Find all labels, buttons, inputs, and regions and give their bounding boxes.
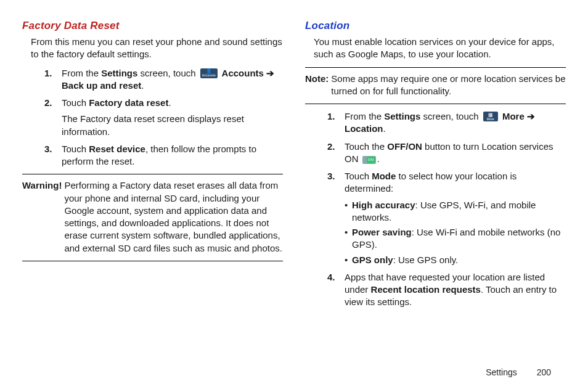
period: . — [377, 153, 380, 164]
footer-section: Settings — [486, 367, 517, 377]
accounts-icon: 👤Accounts — [200, 68, 218, 78]
bold-location: Location — [345, 123, 383, 134]
warning-label: Warning! — [22, 179, 64, 255]
step-3: Touch Mode to select how your location i… — [327, 170, 566, 266]
mode-bullets: High accuracy: Use GPS, Wi-Fi, and mobil… — [345, 199, 566, 266]
intro-text: From this menu you can reset your phone … — [31, 36, 283, 61]
heading-factory-data-reset: Factory Data Reset — [22, 20, 283, 32]
step-2: Touch the OFF/ON button to turn Location… — [327, 141, 566, 166]
text: Touch the — [345, 141, 387, 152]
left-column: Factory Data Reset From this menu you ca… — [22, 20, 283, 315]
bold-more: More — [500, 111, 527, 121]
icon-label: More — [487, 118, 494, 121]
steps-list-right: From the Settings screen, touch ▦More Mo… — [327, 110, 566, 309]
step-2-sub: The Factory data reset screen displays r… — [62, 113, 283, 138]
text: Touch — [62, 97, 89, 108]
note-callout: Note: Some apps may require one or more … — [305, 67, 566, 105]
intro-text: You must enable location services on you… — [314, 36, 566, 61]
bullet-high-accuracy: High accuracy: Use GPS, Wi-Fi, and mobil… — [345, 199, 566, 224]
text: From the — [345, 111, 384, 121]
bullet-gps-only: GPS only: Use GPS only. — [345, 254, 566, 266]
step-2: Touch Factory data reset. The Factory da… — [44, 97, 283, 138]
text: screen, touch — [137, 68, 198, 78]
step-1: From the Settings screen, touch ▦More Mo… — [327, 110, 566, 136]
right-column: Location You must enable location servic… — [305, 20, 566, 315]
heading-location: Location — [305, 20, 566, 32]
bullet-power-saving: Power saving: Use Wi-Fi and mobile netwo… — [345, 226, 566, 251]
footer-page-number: 200 — [537, 367, 551, 377]
arrow-icon: ➔ — [527, 111, 535, 121]
warning-body: Performing a Factory data reset erases a… — [64, 179, 283, 255]
warning-callout: Warning! Performing a Factory data reset… — [22, 174, 283, 261]
bold-reset-device: Reset device — [89, 144, 145, 154]
period: . — [168, 97, 171, 108]
step-4: Apps that have requested your location a… — [327, 271, 566, 309]
period: . — [141, 80, 144, 91]
bold-factory-data-reset: Factory data reset — [89, 97, 168, 108]
text: From the — [62, 68, 101, 78]
toggle-knob: ON — [367, 157, 375, 163]
icon-label: Accounts — [202, 74, 216, 77]
bold: High accuracy — [352, 200, 415, 210]
step-1: From the Settings screen, touch 👤Account… — [44, 67, 283, 92]
note-body: Some apps may require one or more locati… — [331, 73, 566, 98]
bold-accounts: Accounts — [219, 68, 266, 78]
step-3: Touch Reset device, then follow the prom… — [44, 143, 283, 168]
text: Touch — [62, 144, 89, 154]
two-column-layout: Factory Data Reset From this menu you ca… — [22, 20, 566, 315]
page-footer: Settings 200 — [486, 367, 551, 377]
bold-mode: Mode — [372, 171, 396, 181]
bold-off-on: OFF/ON — [387, 141, 422, 152]
bold: Power saving — [352, 227, 412, 237]
on-toggle-icon: ON — [362, 156, 376, 164]
note-label: Note: — [305, 73, 331, 98]
steps-list-left: From the Settings screen, touch 👤Account… — [44, 67, 283, 168]
bold-backup-reset: Back up and reset — [62, 80, 141, 91]
text: screen, touch — [420, 111, 481, 121]
bold-recent-location-requests: Recent location requests — [371, 284, 481, 295]
arrow-icon: ➔ — [266, 68, 274, 78]
bold-settings: Settings — [384, 111, 420, 121]
period: . — [383, 123, 386, 134]
bold: GPS only — [352, 255, 393, 265]
bold-settings: Settings — [101, 68, 137, 78]
more-icon: ▦More — [483, 112, 498, 121]
text: : Use GPS only. — [393, 255, 459, 265]
text: Touch — [345, 171, 372, 181]
